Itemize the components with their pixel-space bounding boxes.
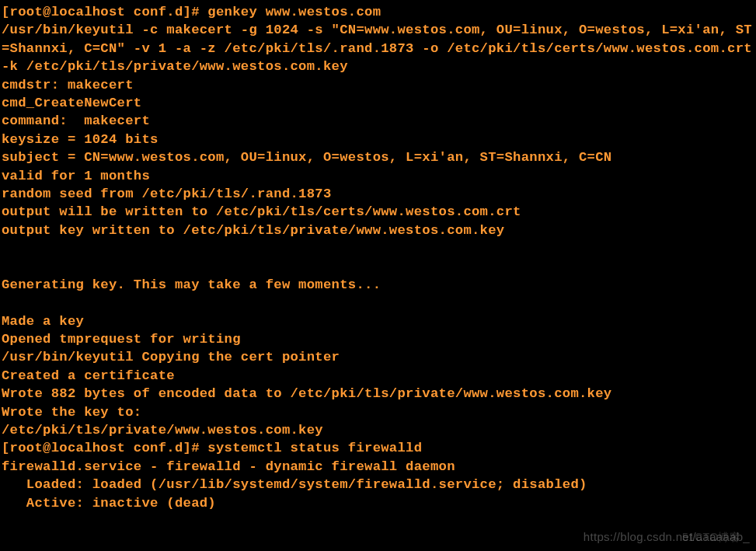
terminal-output-line: Wrote the key to: — [2, 403, 754, 421]
terminal-output-line: valid for 1 months — [2, 167, 754, 185]
terminal-line-prompt1[interactable]: [root@localhost conf.d]# genkey www.west… — [2, 3, 754, 21]
terminal-output-line: keysize = 1024 bits — [2, 131, 754, 148]
terminal-output-line: subject = CN=www.westos.com, OU=linux, O… — [2, 148, 754, 166]
terminal-output-line: Active: inactive (dead) — [2, 494, 754, 512]
terminal-output-line: cmd_CreateNewCert — [2, 94, 754, 112]
command-text: systemctl status firewalld — [207, 441, 422, 455]
terminal-output-line: Made a key — [2, 312, 754, 330]
terminal-output-line: /etc/pki/tls/private/www.westos.com.key — [2, 421, 754, 439]
prompt-text: [root@localhost conf.d]# — [2, 441, 207, 455]
terminal-output-line: Wrote 882 bytes of encoded data to /etc/… — [2, 385, 754, 403]
terminal-output-line — [2, 294, 754, 312]
terminal-output-line: command: makecert — [2, 112, 754, 130]
terminal-output-line: Generating key. This may take a few mome… — [2, 276, 754, 294]
terminal-line-prompt2[interactable]: [root@localhost conf.d]# systemctl statu… — [2, 439, 754, 457]
terminal-output-line: Opened tmprequest for writing — [2, 330, 754, 348]
terminal-output-line: output key written to /etc/pki/tls/priva… — [2, 221, 754, 239]
terminal-output-line: Loaded: loaded (/usr/lib/systemd/system/… — [2, 476, 754, 493]
command-text: genkey www.westos.com — [207, 5, 381, 19]
terminal-output-line — [2, 257, 754, 275]
terminal-output-line — [2, 239, 754, 257]
prompt-text: [root@localhost conf.d]# — [2, 5, 207, 19]
watermark-text-2: 51CTO博客 — [682, 530, 740, 545]
terminal-output-line: Created a certificate — [2, 367, 754, 385]
terminal-output-line: firewalld.service - firewalld - dynamic … — [2, 458, 754, 476]
terminal-output-line: random seed from /etc/pki/tls/.rand.1873 — [2, 185, 754, 203]
terminal-output-line: /usr/bin/keyutil -c makecert -g 1024 -s … — [2, 21, 754, 75]
terminal-output-line: /usr/bin/keyutil Copying the cert pointe… — [2, 348, 754, 366]
terminal-output-line: cmdstr: makecert — [2, 76, 754, 94]
terminal-output-line: output will be written to /etc/pki/tls/c… — [2, 203, 754, 221]
